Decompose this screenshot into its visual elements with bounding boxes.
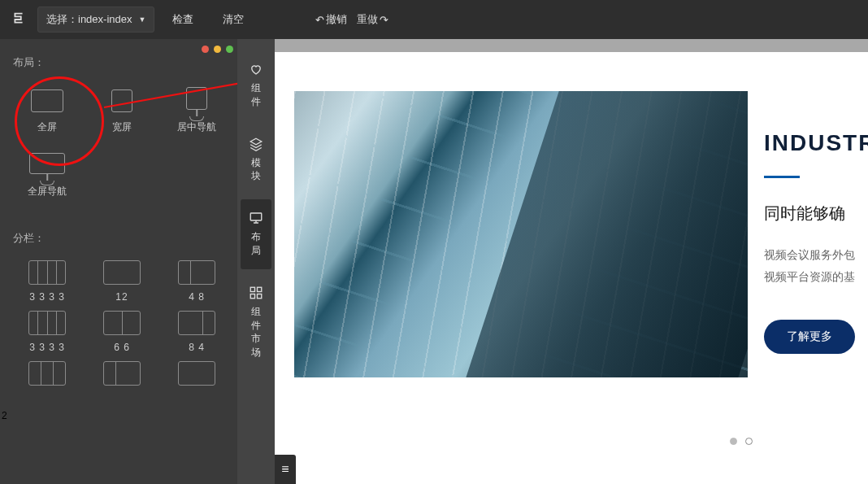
col-icon — [103, 361, 141, 386]
rail-label: 组件 — [250, 81, 262, 109]
body-line: 视频会议服务外包 — [764, 244, 868, 266]
col-icon — [178, 361, 215, 386]
rail-layout[interactable]: 布局 — [241, 199, 271, 269]
col-icon — [28, 361, 66, 386]
body-line: 视频平台资源的基 — [764, 266, 868, 288]
carousel-dot[interactable] — [730, 438, 737, 445]
col-icon — [103, 311, 141, 335]
hero-heading: INDUSTR — [764, 130, 868, 156]
col-icon — [28, 311, 66, 335]
app-logo — [7, 7, 31, 32]
undo-button[interactable]: ↶ 撤销 — [312, 9, 350, 30]
undo-label: 撤销 — [326, 12, 347, 27]
col-icon — [178, 260, 215, 285]
layout-fullscreen[interactable]: 全屏 — [13, 85, 81, 139]
inspect-button[interactable]: 检查 — [161, 7, 205, 32]
ruler-marker: 2 — [2, 410, 7, 421]
traffic-min-icon[interactable] — [214, 46, 221, 53]
col-x1[interactable] — [13, 361, 81, 392]
layout-label: 全屏 — [37, 120, 57, 134]
wide-icon — [111, 89, 132, 112]
svg-rect-3 — [258, 287, 262, 291]
window-traffic-lights — [202, 46, 276, 53]
col-3333b[interactable]: 3 3 3 3 — [13, 311, 81, 353]
monitor-icon — [249, 211, 263, 225]
rail-label: 布局 — [250, 230, 262, 258]
rail-label: 模块 — [250, 156, 262, 184]
col-label: 12 — [115, 291, 128, 303]
heart-icon — [249, 62, 263, 76]
grid-icon — [249, 286, 263, 300]
page-preview[interactable]: INDUSTR 同时能够确 视频会议服务外包 视频平台资源的基 了解更多 — [275, 52, 868, 484]
layout-section-label: 布局： — [13, 55, 231, 70]
hero-body: 视频会议服务外包 视频平台资源的基 — [764, 244, 868, 287]
traffic-max-icon[interactable] — [226, 46, 233, 53]
col-48[interactable]: 4 8 — [163, 260, 231, 303]
col-label: 3 3 3 3 — [29, 291, 65, 303]
heading-underline — [764, 176, 800, 178]
col-label: 4 8 — [189, 291, 205, 303]
side-rail: 组件 模块 布局 组件市场 — [237, 39, 275, 484]
clear-button[interactable]: 清空 — [211, 7, 255, 32]
columns-section-label: 分栏： — [13, 231, 231, 246]
svg-rect-1 — [250, 213, 262, 220]
page-selector[interactable]: 选择：index-index ▼ — [37, 7, 154, 33]
menu-icon: ≡ — [281, 462, 289, 477]
topbar: 选择：index-index ▼ 检查 清空 ↶ 撤销 重做 ↷ — [0, 0, 868, 39]
rail-components[interactable]: 组件 — [237, 50, 275, 120]
layout-label: 居中导航 — [177, 120, 216, 134]
layout-label: 宽屏 — [112, 120, 132, 134]
col-66[interactable]: 6 6 — [88, 311, 156, 353]
svg-rect-5 — [258, 294, 262, 298]
col-label: 6 6 — [114, 342, 130, 353]
rail-label: 组件市场 — [250, 305, 262, 360]
rail-market[interactable]: 组件市场 — [237, 274, 275, 371]
panel-toggle-button[interactable]: ≡ — [275, 455, 296, 484]
layout-grid: 全屏 宽屏 居中导航 全屏导航 — [13, 85, 231, 203]
redo-label: 重做 — [357, 12, 378, 27]
col-x2[interactable] — [88, 361, 156, 392]
undo-icon: ↶ — [315, 14, 324, 26]
history-controls: ↶ 撤销 重做 ↷ — [312, 9, 392, 30]
page-selector-label: 选择：index-index — [46, 12, 132, 27]
redo-icon: ↷ — [380, 14, 388, 26]
col-x3[interactable] — [163, 361, 231, 392]
col-icon — [28, 260, 66, 285]
layout-center-nav[interactable]: 居中导航 — [163, 85, 231, 139]
col-12[interactable]: 12 — [88, 260, 156, 303]
cta-button[interactable]: 了解更多 — [764, 320, 855, 354]
svg-rect-4 — [250, 294, 254, 298]
left-panel: 布局： 全屏 宽屏 居中导航 全屏导航 分栏： 3 3 3 3 12 4 8 — [0, 39, 237, 484]
col-3333[interactable]: 3 3 3 3 — [13, 260, 81, 303]
rail-modules[interactable]: 模块 — [237, 125, 275, 195]
col-icon — [178, 311, 215, 335]
svg-rect-2 — [250, 287, 254, 291]
columns-grid: 3 3 3 3 12 4 8 3 3 3 3 6 6 8 4 — [13, 260, 231, 392]
hero-image — [294, 91, 748, 377]
hero-copy: INDUSTR 同时能够确 视频会议服务外包 视频平台资源的基 了解更多 — [764, 130, 868, 354]
redo-button[interactable]: 重做 ↷ — [354, 9, 392, 30]
layout-wide[interactable]: 宽屏 — [88, 85, 156, 139]
col-icon — [103, 260, 141, 285]
col-label: 8 4 — [189, 342, 205, 353]
col-label: 3 3 3 3 — [29, 342, 65, 353]
caret-down-icon: ▼ — [139, 15, 146, 24]
col-84[interactable]: 8 4 — [163, 311, 231, 353]
layout-label: 全屏导航 — [28, 185, 67, 198]
center-nav-icon — [186, 87, 207, 110]
layout-fullscreen-nav[interactable]: 全屏导航 — [13, 150, 81, 203]
canvas[interactable]: INDUSTR 同时能够确 视频会议服务外包 视频平台资源的基 了解更多 — [275, 39, 868, 484]
traffic-close-icon[interactable] — [202, 46, 209, 53]
carousel-dots — [730, 438, 753, 445]
fullscreen-icon — [31, 89, 63, 112]
hero-subheading: 同时能够确 — [764, 203, 868, 225]
fullscreen-nav-icon — [29, 153, 65, 174]
layers-icon — [249, 137, 263, 151]
carousel-dot[interactable] — [745, 438, 753, 445]
